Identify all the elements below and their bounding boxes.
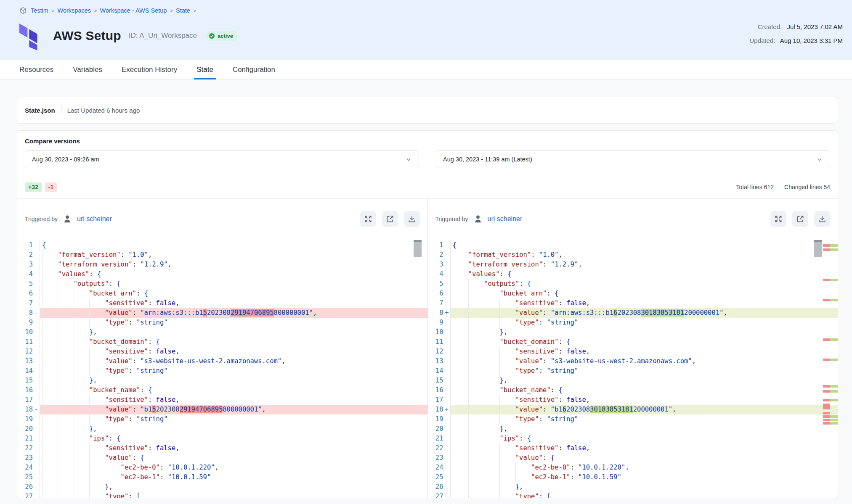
status-label: active [218,33,233,39]
scrollbar-thumb[interactable] [414,240,422,257]
person-icon [63,214,72,224]
line-number: 7 [17,298,40,308]
file-bar: State.json Last Updated 6 hours ago [17,97,838,124]
triggered-by-user-right[interactable]: uri scheiner [488,215,523,223]
code-line: 19"type": "string" [428,414,838,424]
file-name: State.json [25,107,55,114]
tab-execution-history[interactable]: Execution History [122,60,177,79]
line-number: 1 [17,240,40,250]
breadcrumb-link[interactable]: Workspaces [58,7,91,14]
line-number: 23 [17,453,40,463]
line-number: 25 [428,472,451,482]
line-number: 16 [428,385,451,395]
diff-mark [823,244,838,247]
breadcrumb-link[interactable]: Testim [31,7,48,14]
line-number: 21 [428,434,451,443]
line-number: 20 [17,424,40,434]
tab-state[interactable]: State [196,60,213,79]
line-number: 17 [17,395,40,405]
line-number: 17 [428,395,451,405]
check-circle-icon [209,33,215,39]
code-line: 4"values": { [17,269,427,279]
line-number: 14 [17,366,40,376]
breadcrumb-link[interactable]: Workspace - AWS Setup [100,7,167,14]
code-line: 9"type": "string" [17,318,427,327]
line-number: 1 [428,240,451,250]
code-line: 17"sensitive": false, [428,395,838,405]
code-line: 1{ [428,240,838,250]
diff-mark [823,390,838,393]
breadcrumb-separator: > [193,8,196,14]
line-number: 10 [428,327,451,337]
code-line: 23"value": { [428,453,838,463]
line-number: 27 [17,492,40,498]
pane-header-left: Triggered by uri scheiner [17,199,427,239]
download-button[interactable] [404,211,420,227]
code-line: 16"bucket_name": { [17,385,427,395]
diff-mark [823,415,838,418]
line-number: 19 [428,414,451,424]
code-line: 4"values": { [428,269,838,279]
code-line: 8+"value": "arn:aws:s3:::b16202308301838… [428,308,838,318]
line-number: 16 [17,385,40,395]
scrollbar-thumb[interactable] [814,240,822,257]
tab-variables[interactable]: Variables [73,60,102,79]
download-icon [408,215,416,223]
tabbar: ResourcesVariablesExecution HistoryState… [0,60,852,80]
status-badge: active [205,31,238,41]
breadcrumb-separator: > [94,8,97,14]
workspace-id: ID: A_Uri_Workspace [129,32,197,40]
code-line: 1{ [17,240,427,250]
line-number: 24 [17,463,40,472]
line-number: 12 [428,347,451,356]
expand-button[interactable] [770,211,786,227]
code-line: 25"ec2-be-1": "10.0.1.59" [17,472,427,482]
page-title: AWS Setup [53,29,121,43]
diff-mark [823,385,838,388]
code-pane-right[interactable]: 1{2"format_version": "1.0",3"terraform_v… [427,239,838,498]
code-line: 6"bucket_arn": { [428,289,838,298]
version-select-right[interactable]: Aug 30, 2023 - 11:39 am (Latest) [436,150,830,168]
code-line: 22"sensitive": false, [17,443,427,453]
diff-mark [823,422,838,425]
download-button[interactable] [814,211,830,227]
line-number: 10 [17,327,40,337]
line-number: 4 [428,269,451,279]
version-select-left[interactable]: Aug 30, 2023 - 09:26 am [25,150,419,168]
additions-badge: +32 [25,182,42,192]
tab-configuration[interactable]: Configuration [233,60,275,79]
code-right: 1{2"format_version": "1.0",3"terraform_v… [428,239,838,498]
code-line: 15}, [17,376,427,385]
breadcrumb-separator: > [51,8,55,14]
line-number: 20 [428,424,451,434]
tab-resources[interactable]: Resources [19,60,53,79]
line-number: 27 [428,492,451,498]
code-left: 1{2"format_version": "1.0",3"terraform_v… [17,239,427,498]
code-line: 21"ips": { [428,434,838,443]
breadcrumb: Testim>Workspaces>Workspace - AWS Setup>… [19,7,852,14]
external-link-icon [796,215,804,223]
triggered-by-user-left[interactable]: uri scheiner [77,215,112,223]
open-external-button[interactable] [792,211,808,227]
triggered-by-label: Triggered by [435,216,468,222]
line-number: 7 [428,298,451,308]
created-value: Jul 5, 2023 7:02 AM [787,23,843,30]
open-external-button[interactable] [382,211,398,227]
updated-label: Updated: [749,37,775,44]
line-number: 2 [428,250,451,260]
line-number: 6 [17,289,40,298]
code-line: 2"format_version": "1.0", [17,250,427,260]
expand-button[interactable] [360,211,376,227]
code-line: 14"type": "string" [17,366,427,376]
line-number: 12 [17,347,40,356]
page-header: Testim>Workspaces>Workspace - AWS Setup>… [0,0,852,60]
code-line: 19"type": "string" [17,414,427,424]
code-line: 7"sensitive": false, [428,298,838,308]
version-select-left-value: Aug 30, 2023 - 09:26 am [32,156,99,163]
line-number: 11 [428,337,451,347]
line-number: 22 [428,443,451,453]
chevron-down-icon [405,156,412,163]
line-number: 26 [428,482,451,492]
code-pane-left[interactable]: 1{2"format_version": "1.0",3"terraform_v… [17,239,427,498]
breadcrumb-link[interactable]: State [176,7,190,14]
